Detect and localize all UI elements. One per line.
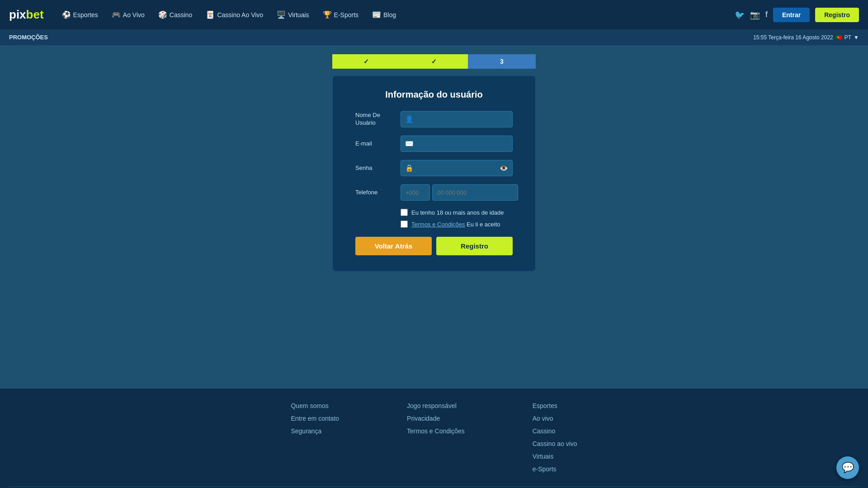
entrar-button[interactable]: Entrar [773,8,810,22]
nav-e-sports[interactable]: 🏆 E-Sports [318,0,363,29]
email-input[interactable] [401,136,513,152]
logo-bet: bet [26,8,44,22]
main-content: ✓ ✓ 3 Informação do usuário Nome De Usuá… [0,45,868,389]
username-input-wrapper: 👤 [401,111,513,127]
lang-icon: 🇵🇹 [835,34,842,41]
logo-pix: pix [9,8,26,22]
footer-col-3: Esportes Ao vivo Cassino Cassino ao vivo… [533,402,577,473]
step-3-label: 3 [500,58,504,65]
promo-bar: PROMOÇÕES 15:55 Terça-feira 16 Agosto 20… [0,29,868,45]
datetime-label: 15:55 Terça-feira 16 Agosto 2022 [753,34,833,41]
nav-cassino-label: Cassino [170,11,193,19]
esportes-icon: ⚽ [62,10,71,19]
nav-blog[interactable]: 📰 Blog [368,0,401,29]
navbar: pixbet ⚽ Esportes 🎮 Ao Vivo 🎲 Cassino 🃏 … [0,0,868,29]
ao-vivo-icon: 🎮 [112,10,121,19]
terms-link[interactable]: Termos e Condições [411,221,465,228]
age-checkbox-row: Eu tenho 18 ou mais anos de idade [401,209,513,216]
twitter-icon[interactable]: 🐦 [735,10,745,20]
cassino-icon: 🎲 [158,10,167,19]
password-input[interactable] [401,160,513,176]
navbar-right: 🐦 📷 f Entrar Registro [735,8,859,22]
nav-virtuais[interactable]: 🖥️ Virtuais [272,0,313,29]
terms-checkbox[interactable] [401,221,408,228]
registro-button[interactable]: Registro [815,8,859,22]
terms-rest-label: Eu li e aceito [465,221,500,228]
footer-link-cassino[interactable]: Cassino [533,427,577,435]
nav-cassino[interactable]: 🎲 Cassino [154,0,197,29]
form-buttons: Voltar Atrás Registro [355,237,513,255]
nav-esportes-label: Esportes [73,11,98,19]
username-row: Nome De Usuário 👤 [355,111,513,127]
footer-col-1: Quem somos Entre em contato Segurança [291,402,339,473]
nav-e-sports-label: E-Sports [334,11,359,19]
email-input-wrapper: ✉️ [401,136,513,152]
lang-chevron-icon[interactable]: ▼ [854,34,859,41]
step-indicator: ✓ ✓ 3 [332,54,536,69]
footer-link-termos[interactable]: Termos e Condições [407,427,465,435]
footer-columns: Quem somos Entre em contato Segurança Jo… [9,402,859,473]
nav-cassino-ao-vivo-label: Cassino Ao Vivo [217,11,263,19]
password-input-wrapper: 🔒 👁️ [401,160,513,176]
step-1-label: ✓ [363,58,369,65]
instagram-icon[interactable]: 📷 [750,10,760,20]
promo-label: PROMOÇÕES [9,34,48,41]
footer-link-entre-em-contato[interactable]: Entre em contato [291,415,339,422]
phone-label: Telefone [355,189,401,197]
step-3[interactable]: 3 [468,54,536,69]
footer-link-e-sports[interactable]: e-Sports [533,465,577,473]
nav-cassino-ao-vivo[interactable]: 🃏 Cassino Ao Vivo [201,0,268,29]
user-icon: 👤 [405,115,414,123]
promo-right: 15:55 Terça-feira 16 Agosto 2022 🇵🇹 PT ▼ [753,34,859,41]
footer-link-ao-vivo[interactable]: Ao vivo [533,415,577,422]
lock-icon: 🔒 [405,164,414,172]
nav-ao-vivo[interactable]: 🎮 Ao Vivo [107,0,149,29]
password-row: Senha 🔒 👁️ [355,160,513,176]
logo[interactable]: pixbet [9,8,44,22]
email-row: E-mail ✉️ [355,136,513,152]
checkbox-section: Eu tenho 18 ou mais anos de idade Termos… [355,209,513,228]
footer-link-jogo-responsavel[interactable]: Jogo responsável [407,402,465,409]
footer-link-virtuais[interactable]: Virtuais [533,453,577,460]
navbar-left: pixbet ⚽ Esportes 🎮 Ao Vivo 🎲 Cassino 🃏 … [9,0,401,29]
terms-checkbox-row: Termos e Condições Eu li e aceito [401,221,513,228]
eye-icon[interactable]: 👁️ [500,164,508,172]
step-1[interactable]: ✓ [332,54,400,69]
form-card: Informação do usuário Nome De Usuário 👤 … [332,75,536,272]
footer-link-seguranca[interactable]: Segurança [291,427,339,435]
step-2[interactable]: ✓ [400,54,468,69]
phone-inputs [401,184,518,201]
step-2-label: ✓ [431,58,437,65]
e-sports-icon: 🏆 [323,10,332,19]
facebook-icon[interactable]: f [765,10,768,19]
back-button[interactable]: Voltar Atrás [355,237,432,255]
footer-link-esportes[interactable]: Esportes [533,402,577,409]
password-label: Senha [355,164,401,172]
footer: Quem somos Entre em contato Segurança Jo… [0,389,868,488]
footer-link-privacidade[interactable]: Privacidade [407,415,465,422]
registro-submit-button[interactable]: Registro [436,237,513,255]
username-input[interactable] [401,111,513,127]
cassino-ao-vivo-icon: 🃏 [206,10,215,19]
nav-ao-vivo-label: Ao Vivo [123,11,145,19]
age-checkbox[interactable] [401,209,408,216]
age-label: Eu tenho 18 ou mais anos de idade [411,209,504,216]
username-label: Nome De Usuário [355,112,401,127]
phone-row: Telefone [355,184,513,201]
form-title: Informação do usuário [355,89,513,100]
nav-virtuais-label: Virtuais [288,11,309,19]
chat-icon: 💬 [842,462,854,474]
footer-link-cassino-ao-vivo[interactable]: Cassino ao vivo [533,440,577,447]
footer-link-quem-somos[interactable]: Quem somos [291,402,339,409]
email-icon: ✉️ [405,140,414,148]
nav-esportes[interactable]: ⚽ Esportes [57,0,103,29]
phone-code-input[interactable] [401,184,430,201]
nav-blog-label: Blog [383,11,396,19]
footer-col-2: Jogo responsável Privacidade Termos e Co… [407,402,465,473]
chat-button[interactable]: 💬 [836,456,859,479]
phone-number-input[interactable] [432,184,518,201]
virtuais-icon: 🖥️ [277,10,286,19]
terms-label: Termos e Condições Eu li e aceito [411,221,500,228]
blog-icon: 📰 [372,10,381,19]
lang-label: PT [844,34,851,41]
